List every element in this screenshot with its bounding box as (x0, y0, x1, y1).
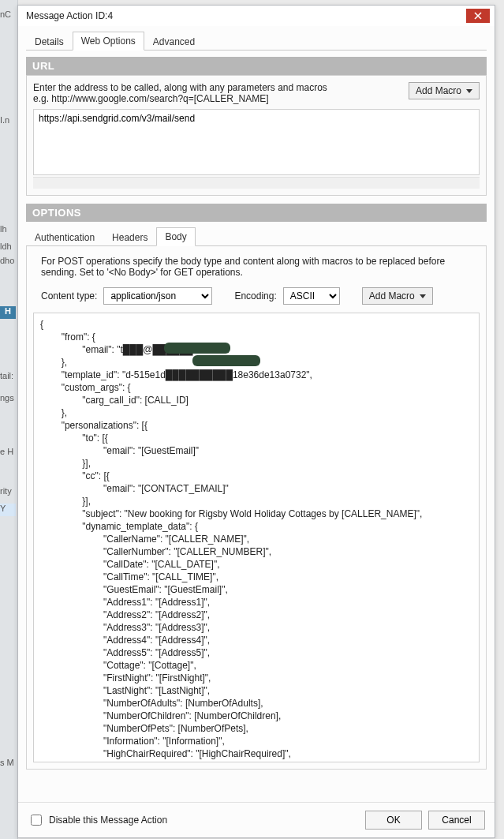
disable-checkbox-wrap[interactable]: Disable this Message Action (28, 812, 167, 828)
bg-hint: nC (0, 9, 17, 19)
bg-hint: lh (0, 224, 17, 234)
bg-hint: ldh (0, 242, 17, 251)
body-controls-row: Content type: application/json Encoding:… (41, 287, 480, 305)
dialog-title: Message Action ID:4 (26, 10, 113, 21)
disable-checkbox[interactable] (31, 815, 42, 826)
chevron-down-icon (466, 89, 472, 93)
add-macro-label: Add Macro (369, 290, 415, 302)
disable-checkbox-label: Disable this Message Action (49, 815, 167, 826)
options-tabstrip: Authentication Headers Body (26, 227, 487, 246)
dialog-footer: Disable this Message Action OK Cancel (18, 802, 495, 837)
bg-hint: Y (0, 504, 16, 516)
ok-button[interactable]: OK (365, 811, 422, 830)
url-help-text: Enter the address to be called, along wi… (33, 82, 399, 104)
body-textarea-wrap (33, 313, 480, 762)
bg-hint: I.n (0, 115, 17, 125)
tab-advanced[interactable]: Advanced (144, 32, 203, 51)
tab-details[interactable]: Details (26, 32, 73, 51)
add-macro-button-body[interactable]: Add Macro (362, 287, 433, 305)
body-textarea[interactable] (34, 313, 479, 762)
tab-headers[interactable]: Headers (103, 228, 156, 246)
message-action-dialog: Message Action ID:4 Details Web Options … (17, 5, 495, 838)
url-help-line2: e.g. http://www.google.com/search?q=[CAL… (33, 93, 399, 104)
options-section-header: OPTIONS (26, 204, 487, 222)
url-input[interactable] (33, 109, 480, 175)
tab-body[interactable]: Body (156, 227, 195, 246)
content-type-select[interactable]: application/json (103, 287, 212, 305)
bg-hint: rity (0, 486, 17, 496)
bg-hint: tail: (0, 371, 17, 380)
add-macro-label: Add Macro (416, 85, 461, 96)
url-scrollbar-h[interactable] (33, 177, 480, 189)
post-help-text: For POST operations specify the body typ… (41, 256, 472, 278)
url-help-line1: Enter the address to be called, along wi… (33, 82, 399, 93)
redaction (164, 343, 230, 354)
tab-authentication[interactable]: Authentication (26, 228, 103, 246)
titlebar: Message Action ID:4 (18, 6, 495, 27)
bg-hint: H (0, 306, 16, 319)
bg-hint: e H (0, 447, 17, 456)
url-section-header: URL (26, 57, 487, 75)
bg-hint: s M (0, 758, 17, 767)
chevron-down-icon (420, 294, 426, 298)
close-icon (474, 12, 482, 20)
content-type-label: Content type: (41, 290, 97, 302)
encoding-select[interactable]: ASCII (283, 287, 340, 305)
close-button[interactable] (466, 9, 490, 23)
tab-web-options[interactable]: Web Options (73, 32, 144, 51)
bg-hint: dho (0, 256, 17, 265)
background-window-strip: nC I.n lh ldh dho H tail: ngs e H rity Y… (0, 0, 18, 839)
encoding-label: Encoding: (234, 290, 276, 302)
main-tabstrip: Details Web Options Advanced (26, 31, 487, 51)
add-macro-button-url[interactable]: Add Macro (409, 82, 480, 99)
redaction (192, 355, 260, 366)
cancel-button[interactable]: Cancel (428, 811, 485, 830)
options-panel: For POST operations specify the body typ… (26, 246, 487, 770)
url-panel: Enter the address to be called, along wi… (26, 75, 487, 196)
bg-hint: ngs (0, 393, 17, 403)
